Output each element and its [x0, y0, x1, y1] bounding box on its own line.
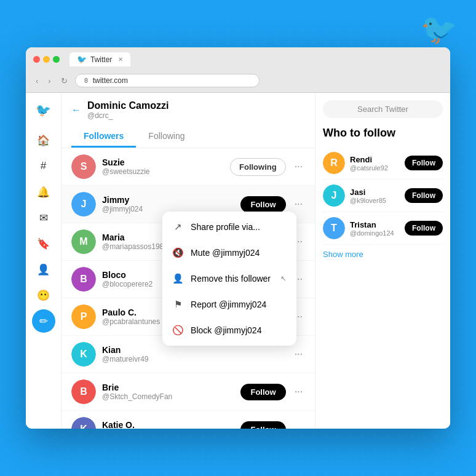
follower-info-suzie: Suzie @sweetsuzzie — [102, 157, 224, 176]
dot-close[interactable] — [33, 56, 40, 63]
sidebar-item-more[interactable]: 😶 — [32, 284, 55, 307]
follower-item-jimmy: J Jimmy @jimmyj024 Follow ··· ↗ Share pr… — [61, 186, 315, 223]
sidebar-item-compose[interactable]: ✏ — [32, 309, 55, 333]
avatar-suzie: S — [71, 154, 96, 179]
more-button-suzie[interactable]: ··· — [292, 159, 305, 175]
avatar-bloco: B — [71, 267, 96, 292]
avatar-jimmy: J — [71, 192, 96, 216]
address-bar[interactable]: twitter.com — [75, 74, 260, 87]
browser-chrome: 🐦 Twitter ✕ ‹ › ↻ twitter.com — [26, 47, 450, 93]
browser-window: 🐦 Twitter ✕ ‹ › ↻ twitter.com 🐦 🏠 # 🔔 ✉ — [26, 47, 450, 429]
address-text: twitter.com — [93, 76, 128, 85]
dropdown-share-profile[interactable]: ↗ Share profile via... — [162, 214, 296, 240]
dropdown-mute[interactable]: 🔇 Mute @jimmyj024 — [162, 240, 296, 266]
browser-addressbar: ‹ › ↻ twitter.com — [26, 71, 450, 92]
dot-maximize[interactable] — [53, 56, 60, 63]
svg-point-0 — [85, 80, 87, 82]
avatar-kian: K — [71, 342, 96, 367]
follower-name-brie: Brie — [102, 383, 234, 392]
follower-handle-kian: @matureivr49 — [102, 355, 286, 363]
dropdown-menu-jimmy: ↗ Share profile via... 🔇 Mute @jimmyj024… — [162, 212, 296, 346]
nav-forward-button[interactable]: › — [46, 75, 53, 87]
suggest-avatar-rendi: R — [323, 152, 345, 174]
suggest-handle-jasi: @k9lover85 — [350, 197, 400, 204]
sidebar-item-notifications[interactable]: 🔔 — [32, 180, 55, 204]
follow-button-brie[interactable]: Follow — [240, 384, 285, 400]
dropdown-block[interactable]: 🚫 Block @jimmyj024 — [162, 317, 296, 343]
right-panel: Search Twitter Who to follow R Rendi @ca… — [315, 93, 450, 429]
sidebar-item-home[interactable]: 🏠 — [32, 129, 55, 152]
suggest-handle-rendi: @catsrule92 — [350, 164, 400, 172]
suggest-follow-button-jasi[interactable]: Follow — [405, 188, 443, 203]
follower-name-suzie: Suzie — [102, 157, 224, 167]
browser-tab[interactable]: 🐦 Twitter ✕ — [69, 52, 130, 66]
back-arrow-button[interactable]: ← — [71, 105, 81, 116]
suggest-name-tristan: Tristan — [350, 220, 400, 229]
suggest-info-tristan: Tristan @domingo124 — [350, 220, 400, 237]
dropdown-share-label: Share profile via... — [191, 222, 260, 232]
suggest-follow-button-tristan[interactable]: Follow — [405, 221, 443, 236]
follower-info-katie: Katie O. @kay_tee_oh — [102, 420, 234, 429]
follower-item-brie: B Brie @Sktch_ComedyFan Follow ··· — [61, 373, 315, 411]
tab-label: Twitter — [90, 55, 112, 64]
follower-name-katie: Katie O. — [102, 420, 234, 429]
profile-top: ← Dominic Camozzi @dcrc_ — [71, 100, 305, 120]
more-button-kian[interactable]: ··· — [292, 346, 305, 362]
follower-item-suzie: S Suzie @sweetsuzzie Following ··· — [61, 148, 315, 186]
show-more-link[interactable]: Show more — [323, 245, 443, 264]
who-to-follow-title: Who to follow — [323, 127, 443, 140]
sidebar-item-messages[interactable]: ✉ — [32, 206, 55, 229]
suggest-name-jasi: Jasi — [350, 188, 400, 197]
avatar-paulo: P — [71, 304, 96, 329]
nav-back-button[interactable]: ‹ — [33, 75, 41, 87]
dropdown-report-label: Report @jimmyj024 — [191, 299, 266, 309]
follow-button-katie[interactable]: Follow — [240, 421, 285, 429]
followers-list: S Suzie @sweetsuzzie Following ··· J J — [61, 148, 315, 429]
main-content: ← Dominic Camozzi @dcrc_ Followers Follo… — [61, 93, 315, 429]
mute-icon: 🔇 — [172, 247, 183, 258]
follower-info-brie: Brie @Sktch_ComedyFan — [102, 383, 234, 401]
tab-followers[interactable]: Followers — [71, 126, 136, 148]
more-button-katie[interactable]: ··· — [292, 421, 305, 429]
sidebar-item-explore[interactable]: # — [32, 154, 55, 178]
suggest-item-rendi: R Rendi @catsrule92 Follow — [323, 147, 443, 180]
search-bar[interactable]: Search Twitter — [323, 100, 443, 118]
dropdown-report[interactable]: ⚑ Report @jimmyj024 — [162, 292, 296, 317]
follower-name-jimmy: Jimmy — [102, 195, 234, 205]
sidebar: 🐦 🏠 # 🔔 ✉ 🔖 👤 😶 ✏ — [26, 93, 61, 429]
profile-header: ← Dominic Camozzi @dcrc_ Followers Follo… — [61, 93, 315, 148]
sidebar-item-bookmarks[interactable]: 🔖 — [32, 232, 55, 255]
sidebar-item-profile[interactable]: 👤 — [32, 258, 55, 281]
suggest-handle-tristan: @domingo124 — [350, 229, 400, 237]
dropdown-remove-label: Remove this follower — [191, 274, 271, 284]
dropdown-block-label: Block @jimmyj024 — [191, 325, 261, 335]
avatar-brie: B — [71, 379, 96, 404]
follower-name-kian: Kian — [102, 345, 286, 355]
nav-refresh-button[interactable]: ↻ — [58, 75, 70, 87]
suggest-info-rendi: Rendi @catsrule92 — [350, 155, 400, 172]
tab-twitter-icon: 🐦 — [77, 55, 87, 64]
following-button-suzie[interactable]: Following — [230, 158, 286, 176]
avatar-katie: K — [71, 417, 96, 429]
more-button-jimmy[interactable]: ··· — [292, 196, 305, 212]
suggest-info-jasi: Jasi @k9lover85 — [350, 188, 400, 204]
follow-button-jimmy[interactable]: Follow — [240, 196, 285, 213]
dot-minimize[interactable] — [43, 56, 50, 63]
follower-item-katie: K Katie O. @kay_tee_oh Follow ··· — [61, 411, 315, 429]
suggest-avatar-jasi: J — [323, 184, 345, 207]
profile-handle: @dcrc_ — [87, 111, 169, 120]
tab-close-icon[interactable]: ✕ — [118, 56, 123, 63]
tab-following[interactable]: Following — [136, 126, 197, 148]
dropdown-mute-label: Mute @jimmyj024 — [191, 248, 260, 258]
browser-dots — [33, 56, 60, 63]
report-icon: ⚑ — [172, 299, 183, 310]
cursor-indicator: ↖ — [280, 274, 287, 283]
suggest-avatar-tristan: T — [323, 217, 345, 239]
follower-handle-brie: @Sktch_ComedyFan — [102, 392, 234, 401]
more-button-brie[interactable]: ··· — [292, 384, 305, 400]
dropdown-remove-follower[interactable]: 👤 Remove this follower ↖ — [162, 266, 296, 292]
suggest-item-jasi: J Jasi @k9lover85 Follow — [323, 180, 443, 212]
sidebar-twitter-logo[interactable]: 🐦 — [32, 99, 55, 121]
suggest-follow-button-rendi[interactable]: Follow — [405, 156, 443, 170]
browser-titlebar: 🐦 Twitter ✕ — [26, 47, 450, 71]
